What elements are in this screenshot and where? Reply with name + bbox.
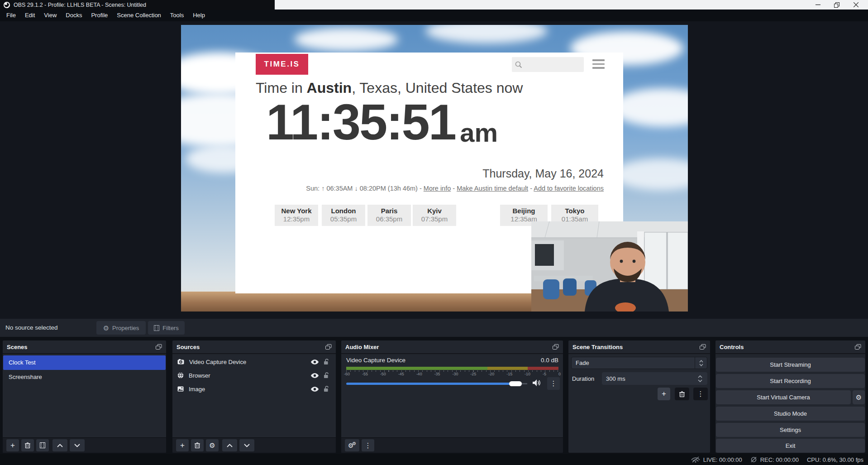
menu-item-edit[interactable]: Edit: [20, 10, 39, 21]
scenes-panel: Scenes Clock Test Screenshare +: [3, 340, 166, 453]
clock-display: 11:35:51 am: [266, 97, 498, 148]
menu-item-help[interactable]: Help: [188, 10, 210, 21]
remove-scene-button[interactable]: [21, 439, 34, 451]
remove-transition-button[interactable]: [675, 388, 689, 400]
audio-level-db: 0.0 dB: [541, 357, 558, 364]
webcam-overlay[interactable]: [531, 221, 688, 312]
settings-button[interactable]: Settings: [716, 423, 865, 437]
filters-button[interactable]: Filters: [148, 321, 185, 335]
audio-channel-menu-button[interactable]: ⋮: [547, 377, 560, 390]
menu-item-scene-collection[interactable]: Scene Collection: [112, 10, 166, 21]
trash-icon: [679, 391, 685, 397]
audio-channel-label: Video Capture Device: [346, 357, 405, 364]
visibility-eye-icon[interactable]: [311, 387, 319, 392]
city-card-kyiv[interactable]: Kyiv07:35pm: [413, 205, 456, 226]
scene-item-clock-test[interactable]: Clock Test: [3, 355, 166, 370]
minimize-button[interactable]: [808, 0, 827, 10]
menubar: File Edit View Docks Profile Scene Colle…: [0, 10, 868, 21]
add-source-button[interactable]: +: [176, 439, 189, 451]
spinner-down-icon[interactable]: [698, 379, 702, 382]
city-card-paris[interactable]: Paris06:35pm: [367, 205, 411, 226]
make-default-link[interactable]: Make Austin time default: [457, 185, 528, 192]
start-recording-button[interactable]: Start Recording: [716, 374, 865, 388]
audio-mixer-menu-button[interactable]: ⋮: [362, 439, 374, 451]
audio-mixer-panel: Audio Mixer Video Capture Device 0.0 dB …: [341, 340, 563, 453]
move-scene-down-button[interactable]: [70, 439, 85, 451]
scene-filters-button[interactable]: [36, 439, 49, 451]
scenes-panel-title: Scenes: [7, 344, 28, 350]
transition-menu-button[interactable]: ⋮: [693, 388, 708, 400]
menu-item-file[interactable]: File: [2, 10, 20, 21]
obs-window: OBS 29.1.2 - Profile: LLHLS BETA - Scene…: [0, 0, 868, 465]
add-scene-button[interactable]: +: [6, 439, 19, 451]
source-row-video-capture-device[interactable]: Video Capture Device: [173, 355, 335, 368]
scene-item-screenshare[interactable]: Screenshare: [3, 370, 166, 384]
hamburger-menu-icon[interactable]: [592, 59, 605, 69]
controls-header: Controls: [715, 340, 865, 354]
unlock-icon[interactable]: [324, 372, 329, 379]
more-info-link[interactable]: More info: [424, 185, 451, 192]
advanced-audio-button[interactable]: ⚙⚙: [345, 439, 359, 451]
volume-meter: [346, 367, 558, 370]
search-box[interactable]: [512, 57, 584, 72]
spinner-up-icon[interactable]: [698, 375, 702, 378]
add-favorite-link[interactable]: Add to favorite locations: [534, 185, 604, 192]
volume-slider-handle[interactable]: [509, 381, 522, 386]
filter-icon: [154, 325, 159, 331]
preview-canvas[interactable]: TIME.IS Time in Austin, Texas, United St…: [181, 25, 688, 312]
globe-icon: [177, 372, 184, 379]
city-card-new-york[interactable]: New York12:35pm: [275, 205, 318, 226]
scenes-panel-header: Scenes: [3, 340, 166, 354]
menu-item-view[interactable]: View: [39, 10, 61, 21]
close-icon[interactable]: [846, 0, 865, 10]
obs-logo-icon: [4, 2, 10, 8]
move-scene-up-button[interactable]: [52, 439, 67, 451]
trash-icon: [25, 442, 30, 448]
speaker-icon[interactable]: [533, 379, 541, 388]
chevron-down-icon: [244, 444, 250, 447]
virtual-camera-settings-button[interactable]: ⚙: [853, 390, 865, 404]
select-chevrons-icon: [695, 357, 707, 369]
dock-area: Scenes Clock Test Screenshare +: [0, 337, 868, 454]
restore-button[interactable]: [827, 0, 846, 10]
chevron-up-icon: [57, 444, 63, 447]
move-source-up-button[interactable]: [222, 439, 237, 451]
controls-panel: Controls Start Streaming Start Recording…: [715, 340, 865, 453]
duration-spinner[interactable]: 300 ms: [602, 372, 707, 385]
titlebar-app-region: OBS 29.1.2 - Profile: LLHLS BETA - Scene…: [0, 0, 275, 10]
workspace: TIME.IS Time in Austin, Texas, United St…: [0, 21, 868, 319]
scene-transitions-title: Scene Transitions: [572, 344, 623, 350]
controls-title: Controls: [720, 344, 744, 350]
scenes-toolbar: +: [3, 437, 166, 453]
chevron-down-icon: [74, 444, 80, 447]
gears-icon-small: ⚙: [352, 441, 356, 446]
studio-mode-button[interactable]: Studio Mode: [716, 407, 865, 421]
transition-select[interactable]: Fade: [571, 357, 707, 369]
unlock-icon[interactable]: [324, 359, 329, 365]
timeis-logo[interactable]: TIME.IS: [256, 54, 308, 75]
visibility-eye-icon[interactable]: [311, 373, 319, 378]
menu-item-docks[interactable]: Docks: [61, 10, 86, 21]
add-transition-button[interactable]: +: [658, 388, 670, 400]
exit-button[interactable]: Exit: [716, 439, 865, 453]
menu-item-tools[interactable]: Tools: [166, 10, 188, 21]
volume-slider-row: ⋮: [346, 377, 558, 390]
menu-item-profile[interactable]: Profile: [86, 10, 112, 21]
city-card-london[interactable]: London05:35pm: [322, 205, 365, 226]
source-row-image[interactable]: Image: [173, 383, 335, 395]
start-virtual-camera-button[interactable]: Start Virtual Camera: [716, 390, 851, 404]
source-context-bar: No source selected ⚙ Properties Filters: [0, 319, 868, 337]
source-row-browser[interactable]: Browser: [173, 369, 335, 382]
unlock-icon[interactable]: [324, 386, 329, 392]
visibility-eye-icon[interactable]: [311, 360, 319, 364]
move-source-down-button[interactable]: [239, 439, 254, 451]
start-streaming-button[interactable]: Start Streaming: [716, 358, 865, 372]
rec-inactive-icon: [750, 456, 757, 463]
chevron-up-icon: [227, 444, 233, 447]
search-input[interactable]: [525, 61, 579, 68]
volume-slider[interactable]: [346, 383, 527, 385]
source-properties-button[interactable]: ⚙: [206, 439, 219, 451]
scene-transitions-panel: Scene Transitions Fade Duration 300 ms: [568, 340, 710, 453]
properties-button[interactable]: ⚙ Properties: [96, 321, 146, 335]
remove-source-button[interactable]: [191, 439, 204, 451]
